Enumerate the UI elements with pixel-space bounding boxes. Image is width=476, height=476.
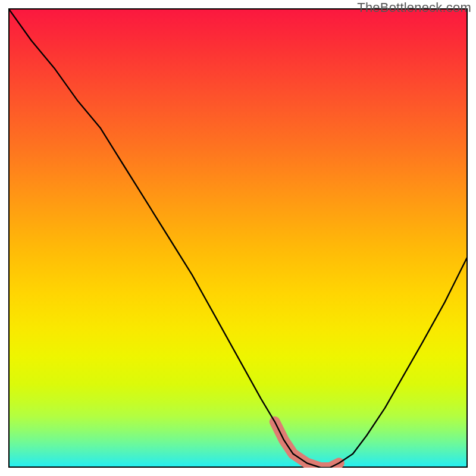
chart-background bbox=[8, 8, 468, 468]
watermark-label: TheBottleneck.com bbox=[357, 0, 471, 15]
chart-stage: TheBottleneck.com bbox=[0, 0, 476, 476]
